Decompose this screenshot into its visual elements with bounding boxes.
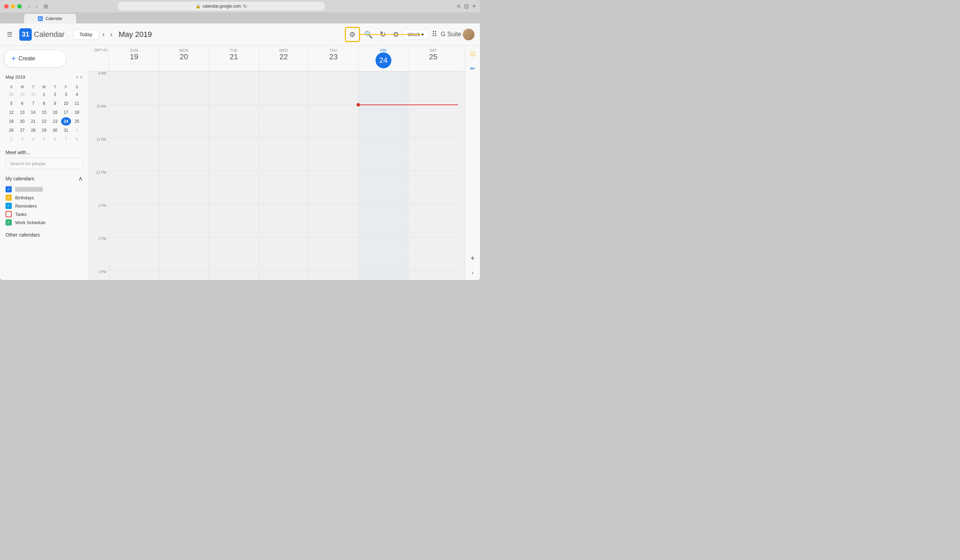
time-cell[interactable] (358, 171, 408, 187)
search-button[interactable]: 🔍 (362, 27, 376, 42)
time-cell[interactable] (109, 204, 159, 220)
close-button[interactable] (4, 4, 9, 9)
time-cell[interactable] (109, 121, 159, 138)
mini-cal-day[interactable]: 22 (39, 117, 49, 125)
time-cell[interactable] (109, 237, 159, 253)
mini-cal-day[interactable]: 28 (28, 126, 38, 134)
time-cell[interactable] (159, 204, 209, 220)
settings-button[interactable]: ⚙ (390, 27, 402, 42)
mini-cal-day[interactable]: 29 (17, 90, 27, 99)
edit-icon-button[interactable]: ✏ (469, 64, 477, 74)
time-cell[interactable] (259, 270, 309, 280)
time-cell[interactable] (308, 237, 358, 253)
time-cell[interactable] (159, 220, 209, 237)
time-cell[interactable] (209, 121, 259, 138)
mini-cal-day[interactable]: 16 (50, 108, 60, 117)
mini-cal-day[interactable]: 3 (17, 135, 27, 144)
time-cell[interactable] (408, 138, 458, 154)
browser-forward-button[interactable]: › (35, 3, 39, 10)
view-selector-button[interactable]: Week ▾ (403, 29, 428, 40)
time-cell[interactable] (308, 204, 358, 220)
mini-cal-day[interactable]: 13 (17, 108, 27, 117)
mini-cal-day[interactable]: 28 (6, 90, 16, 99)
mini-cal-next-button[interactable]: › (80, 73, 83, 81)
calendar-item-reminders[interactable]: ✓ Reminders (5, 202, 83, 210)
time-cell[interactable] (358, 187, 408, 204)
time-cell[interactable] (209, 88, 259, 104)
mini-cal-day[interactable]: 2 (6, 135, 16, 144)
time-cell[interactable] (358, 253, 408, 270)
new-tab-button[interactable]: + (472, 3, 476, 10)
time-cell[interactable] (308, 253, 358, 270)
avatar[interactable] (463, 29, 475, 40)
time-cell[interactable] (408, 253, 458, 270)
time-cell[interactable] (209, 270, 259, 280)
mini-cal-day[interactable]: 31 (61, 126, 71, 134)
time-cell[interactable] (209, 171, 259, 187)
time-cell[interactable] (308, 138, 358, 154)
time-cell[interactable] (408, 121, 458, 138)
refresh-button[interactable]: ↻ (377, 27, 389, 42)
time-cell[interactable] (109, 220, 159, 237)
mini-cal-day[interactable]: 29 (39, 126, 49, 134)
time-cell[interactable] (209, 154, 259, 171)
mini-cal-day[interactable]: 23 (50, 117, 60, 125)
mini-cal-day[interactable]: 6 (50, 135, 60, 144)
mini-cal-day[interactable]: 2 (50, 90, 60, 99)
time-cell[interactable] (408, 204, 458, 220)
day-header-wed[interactable]: WED 22 (259, 45, 309, 71)
time-cell[interactable] (259, 88, 309, 104)
time-cell[interactable] (259, 104, 309, 121)
time-cell[interactable] (159, 171, 209, 187)
day-header-tue[interactable]: TUE 21 (209, 45, 259, 71)
time-cell[interactable] (408, 104, 458, 121)
settings-highlighted-button[interactable]: ⚙ (345, 27, 360, 42)
mini-cal-day[interactable]: 9 (50, 99, 60, 107)
time-cell[interactable] (308, 187, 358, 204)
time-cell[interactable] (259, 138, 309, 154)
mini-cal-day[interactable]: 19 (6, 117, 16, 125)
time-cell[interactable] (109, 88, 159, 104)
mini-cal-day[interactable]: 25 (72, 117, 82, 125)
mini-cal-day[interactable]: 12 (6, 108, 16, 117)
time-cell[interactable] (308, 88, 358, 104)
address-bar[interactable]: 🔒 calendar.google.com ↻ (118, 2, 325, 11)
mini-cal-prev-button[interactable]: ‹ (75, 73, 78, 81)
mini-cal-day[interactable]: 4 (72, 90, 82, 99)
time-cell[interactable] (159, 71, 209, 88)
time-cell[interactable] (159, 154, 209, 171)
time-cell[interactable] (109, 253, 159, 270)
time-cell[interactable] (408, 71, 458, 88)
time-cell[interactable] (259, 121, 309, 138)
mini-cal-day[interactable]: 26 (6, 126, 16, 134)
mini-cal-day[interactable]: 1 (72, 126, 82, 134)
time-cell[interactable] (308, 171, 358, 187)
time-cell[interactable] (408, 220, 458, 237)
time-cell[interactable] (358, 88, 408, 104)
time-cell[interactable] (159, 253, 209, 270)
mini-cal-day[interactable]: 21 (28, 117, 38, 125)
expand-button[interactable]: › (470, 268, 475, 277)
calendar-item-tasks[interactable]: Tasks (5, 210, 83, 218)
time-cell[interactable] (358, 270, 408, 280)
mini-cal-day[interactable]: 14 (28, 108, 38, 117)
time-cell[interactable] (308, 121, 358, 138)
time-cell[interactable] (159, 187, 209, 204)
mini-cal-day[interactable]: 4 (28, 135, 38, 144)
tasks-icon-button[interactable]: ☑ (468, 48, 477, 59)
time-cell[interactable] (209, 138, 259, 154)
time-cell[interactable] (358, 237, 408, 253)
search-people-input[interactable] (5, 158, 83, 169)
fullscreen-window-button[interactable]: ⊡ (464, 3, 469, 10)
time-cell[interactable] (159, 138, 209, 154)
time-cell[interactable] (358, 138, 408, 154)
time-cell[interactable] (109, 71, 159, 88)
time-cell[interactable] (109, 104, 159, 121)
mini-cal-day[interactable]: 8 (39, 99, 49, 107)
time-cell[interactable] (109, 270, 159, 280)
mini-cal-day[interactable]: 20 (17, 117, 27, 125)
calendar-item-birthdays[interactable]: ✓ Birthdays (5, 194, 83, 202)
time-cell[interactable] (308, 270, 358, 280)
mini-cal-day[interactable]: 7 (28, 99, 38, 107)
time-cell[interactable] (408, 237, 458, 253)
